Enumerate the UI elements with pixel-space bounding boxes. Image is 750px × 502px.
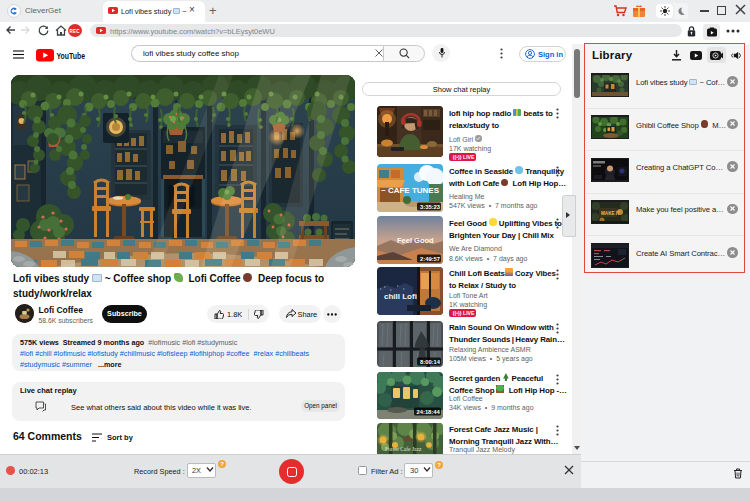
- svg-text:YouTube: YouTube: [57, 51, 86, 61]
- svg-text:8:00:14: 8:00:14: [420, 359, 441, 365]
- svg-text:chill Lofi: chill Lofi: [384, 292, 417, 301]
- svg-text:~ CAFE TUNES: ~ CAFE TUNES: [381, 186, 440, 195]
- svg-text:Forest Cafe Jazz: Forest Cafe Jazz: [385, 446, 422, 452]
- svg-text:2:49:57: 2:49:57: [420, 256, 440, 262]
- svg-text:Feel Good: Feel Good: [397, 236, 434, 245]
- svg-text:3:35:23: 3:35:23: [420, 204, 441, 210]
- svg-text:24:18:44: 24:18:44: [417, 409, 441, 415]
